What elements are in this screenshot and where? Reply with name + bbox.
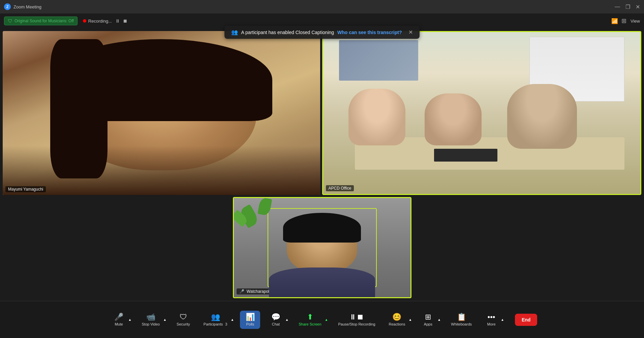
participants-label: Participants 3: [204, 322, 227, 326]
whiteboards-label: Whiteboards: [451, 322, 472, 326]
grid-view-icon: ⊞: [621, 17, 626, 25]
security-label: Security: [177, 322, 190, 326]
window-title: Zoom Meeting: [13, 4, 41, 9]
cc-banner-text: A participant has enabled Closed Caption…: [241, 30, 334, 35]
whiteboards-icon: 📋: [457, 313, 466, 321]
chat-icon: 💬: [271, 313, 280, 321]
mute-label: Mute: [115, 322, 123, 326]
pause-recording-btn[interactable]: ⏸: [115, 18, 120, 24]
polls-group: 📊 Polls: [238, 306, 262, 333]
video-caret[interactable]: ▲: [162, 317, 167, 322]
reactions-label: Reactions: [389, 322, 405, 326]
apcd-label: APCD Office: [326, 185, 354, 191]
chat-group: 💬 Chat ▲: [264, 306, 291, 333]
pause-stop-recording-button[interactable]: ⏸⏹ Pause/Stop Recording: [334, 311, 379, 329]
polls-icon: 📊: [246, 313, 255, 321]
reactions-icon: 😊: [392, 313, 401, 321]
security-group: 🛡 Security: [171, 306, 196, 333]
recording-ctrl-label: Pause/Stop Recording: [338, 322, 375, 326]
share-screen-group: ⬆ Share Screen ▲: [293, 306, 331, 333]
apps-label: Apps: [424, 322, 432, 326]
chat-label: Chat: [272, 322, 280, 326]
reactions-group: 😊 Reactions ▲: [383, 306, 415, 333]
more-label: More: [487, 322, 496, 326]
muted-icon: 🎤: [239, 289, 244, 294]
apps-caret[interactable]: ▲: [437, 317, 441, 322]
bottom-video-row: 🎤 Watcharapol APCD: [3, 197, 641, 298]
cc-close-button[interactable]: ✕: [408, 29, 413, 35]
mayumi-label: Mayumi Yamaguchi: [5, 186, 46, 192]
participants-count: 3: [225, 322, 227, 326]
participants-icon: 👥: [211, 313, 220, 321]
cc-transcript-link[interactable]: Who can see this transcript?: [337, 30, 402, 35]
more-group: ••• More ▲: [479, 306, 507, 333]
recording-label: Recording...: [88, 19, 112, 24]
end-button[interactable]: End: [515, 314, 537, 326]
participants-button[interactable]: 👥 Participants 3: [200, 311, 232, 329]
bottom-bar: 🎤 Mute ▲ 📹 Stop Video ▲ 🛡 Security 👥 Par…: [0, 301, 644, 338]
share-screen-button[interactable]: ⬆ Share Screen: [295, 311, 325, 329]
share-screen-label: Share Screen: [299, 322, 321, 326]
more-icon: •••: [487, 313, 495, 321]
recording-controls: ⏸ ⏹: [115, 18, 127, 24]
reactions-button[interactable]: 😊 Reactions: [385, 311, 409, 329]
zoom-logo: Z: [4, 3, 11, 10]
share-screen-caret[interactable]: ▲: [324, 317, 329, 322]
stop-video-icon: 📹: [146, 313, 155, 321]
view-label: View: [631, 19, 640, 24]
mute-icon: 🎤: [114, 313, 123, 321]
apps-group: ⊞ Apps ▲: [416, 306, 443, 333]
window-controls: — ❐ ✕: [615, 4, 640, 10]
mute-group: 🎤 Mute ▲: [107, 306, 134, 333]
apps-button[interactable]: ⊞ Apps: [418, 311, 438, 329]
view-button[interactable]: 📶 ⊞ View: [611, 17, 640, 25]
recording-ctrl-icon: ⏸⏹: [349, 313, 364, 321]
apps-icon: ⊞: [425, 313, 431, 321]
security-icon: 🛡: [180, 313, 187, 321]
original-sound-badge[interactable]: 🛡 Original Sound for Musicians: Off: [4, 17, 78, 25]
wifi-icon: 📶: [611, 18, 618, 24]
mute-button[interactable]: 🎤 Mute: [109, 311, 129, 329]
chat-button[interactable]: 💬 Chat: [266, 311, 286, 329]
video-tile-mayumi: Mayumi Yamaguchi: [3, 31, 320, 195]
whiteboards-group: 📋 Whiteboards: [445, 306, 478, 333]
video-group: 📹 Stop Video ▲: [136, 306, 170, 333]
stop-video-label: Stop Video: [142, 322, 160, 326]
participants-group: 👥 Participants 3 ▲: [197, 306, 237, 333]
whiteboards-button[interactable]: 📋 Whiteboards: [447, 311, 476, 329]
stop-recording-btn[interactable]: ⏹: [123, 18, 127, 24]
reactions-caret[interactable]: ▲: [408, 317, 412, 322]
video-tile-watcharapol: 🎤 Watcharapol APCD: [233, 197, 411, 298]
recording-badge: Recording... ⏸ ⏹: [83, 18, 127, 24]
stop-video-button[interactable]: 📹 Stop Video: [138, 311, 164, 329]
polls-button[interactable]: 📊 Polls: [240, 311, 260, 329]
title-bar: Z Zoom Meeting — ❐ ✕: [0, 0, 644, 13]
cc-people-icon: 👥: [231, 29, 238, 35]
original-sound-label: Original Sound for Musicians: Off: [14, 19, 74, 23]
minimize-button[interactable]: —: [615, 4, 620, 10]
mute-caret[interactable]: ▲: [128, 317, 132, 322]
chat-caret[interactable]: ▲: [284, 317, 289, 322]
close-button[interactable]: ✕: [636, 4, 640, 10]
maximize-button[interactable]: ❐: [625, 4, 630, 10]
cc-banner: 👥 A participant has enabled Closed Capti…: [224, 26, 420, 39]
apcd-name: APCD Office: [329, 186, 351, 191]
mayumi-name: Mayumi Yamaguchi: [8, 187, 43, 192]
share-screen-icon: ⬆: [307, 313, 313, 321]
shield-icon: 🛡: [8, 18, 12, 24]
recording-dot: [83, 19, 86, 23]
end-label: End: [522, 317, 530, 322]
video-tile-apcd: APCD Office: [322, 31, 642, 195]
participants-caret[interactable]: ▲: [230, 317, 235, 322]
recording-group: ⏸⏹ Pause/Stop Recording: [332, 306, 381, 333]
more-button[interactable]: ••• More: [481, 311, 501, 329]
more-caret[interactable]: ▲: [500, 317, 505, 322]
polls-label: Polls: [246, 322, 254, 326]
top-video-row: Mayumi Yamaguchi APCD Office: [3, 31, 641, 195]
video-grid: Mayumi Yamaguchi APCD Office: [0, 28, 644, 301]
security-button[interactable]: 🛡 Security: [173, 311, 194, 329]
